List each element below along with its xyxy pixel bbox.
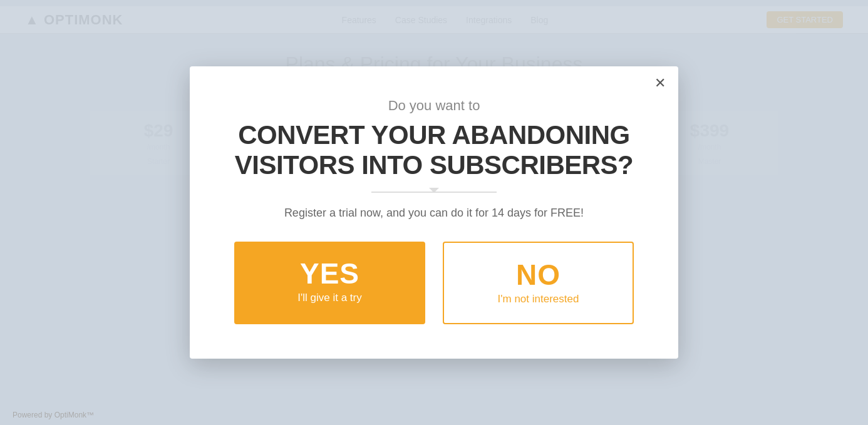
yes-button-sub-label: I'll give it a try bbox=[297, 292, 361, 304]
modal-dialog: ✕ Do you want to CONVERT YOUR ABANDONING… bbox=[190, 66, 678, 359]
yes-button-main-label: YES bbox=[300, 259, 359, 288]
modal-pre-title: Do you want to bbox=[388, 98, 480, 114]
no-button-main-label: NO bbox=[516, 260, 561, 289]
yes-button[interactable]: YES I'll give it a try bbox=[234, 242, 425, 324]
close-button[interactable]: ✕ bbox=[654, 76, 666, 90]
no-button-sub-label: I'm not interested bbox=[498, 293, 579, 305]
modal-buttons: YES I'll give it a try NO I'm not intere… bbox=[227, 242, 641, 324]
footer: Powered by OptiMonk™ bbox=[0, 404, 868, 425]
modal-main-title: CONVERT YOUR ABANDONING VISITORS INTO SU… bbox=[227, 120, 641, 181]
modal-subtitle: Register a trial now, and you can do it … bbox=[284, 207, 584, 220]
modal-divider bbox=[371, 192, 497, 193]
modal-overlay: ✕ Do you want to CONVERT YOUR ABANDONING… bbox=[0, 0, 868, 425]
no-button[interactable]: NO I'm not interested bbox=[443, 242, 634, 324]
footer-text: Powered by OptiMonk™ bbox=[13, 411, 94, 419]
